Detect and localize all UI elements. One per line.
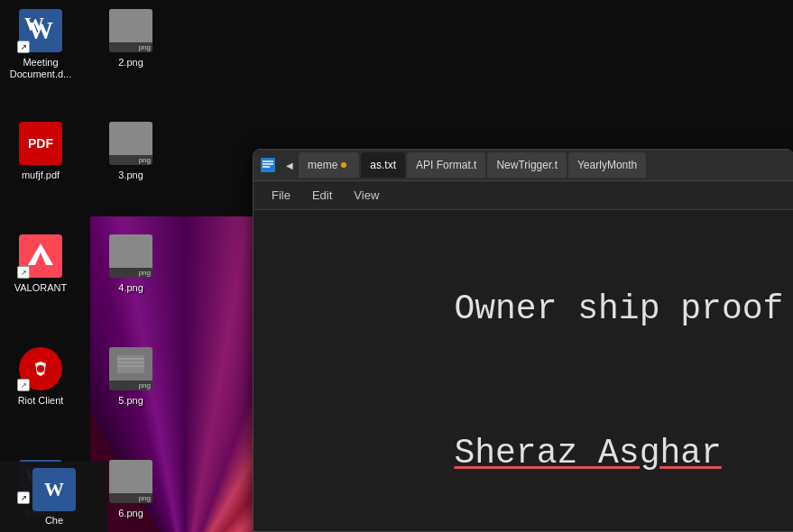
tab-nav-back[interactable]: ◀ [282, 158, 297, 172]
icon-valorant[interactable]: ↗ VALORANT [5, 234, 77, 295]
png-icon: png [109, 122, 152, 165]
icon-label: VALORANT [12, 281, 69, 295]
tab-memer[interactable]: meme [299, 152, 359, 178]
menu-file[interactable]: File [263, 185, 300, 206]
svg-marker-0 [28, 243, 53, 265]
desktop: W ↗ Meeting Document.d... png 2.png PD [0, 0, 793, 532]
valorant-icon: ↗ [19, 234, 62, 278]
icon-meeting-doc[interactable]: W ↗ Meeting Document.d... [5, 9, 77, 81]
icon-label: 2.png [115, 56, 146, 69]
icon-4png[interactable]: png 4.png [95, 234, 167, 295]
taskbar-label: Che [45, 515, 63, 526]
word-icon: W ↗ [19, 9, 62, 52]
shortcut-badge: ↗ [17, 266, 30, 279]
tab-astxt[interactable]: as.txt [361, 152, 405, 178]
notepad-window: ◀ meme as.txt API Format.t NewTrigger.t … [253, 149, 793, 532]
shortcut-badge: ↗ [17, 379, 30, 391]
tab-bar: ◀ meme as.txt API Format.t NewTrigger.t … [254, 150, 793, 181]
editor-text: Owner ship proof Sheraz Asghar 031332578… [290, 237, 757, 531]
svg-rect-7 [261, 158, 275, 172]
notepad-app-icon [259, 156, 277, 174]
taskbar: W Che [0, 462, 108, 532]
png-icon: png [109, 460, 152, 503]
icon-3png[interactable]: png 3.png [95, 122, 167, 182]
icon-label: 6.png [115, 507, 146, 520]
icon-5png[interactable]: png 5.png [95, 347, 167, 408]
desktop-icons: W ↗ Meeting Document.d... png 2.png PD [0, 0, 244, 532]
icon-label: mufjf.pdf [19, 169, 62, 182]
png-icon: png [109, 347, 152, 390]
riot-icon: ↗ [19, 347, 62, 390]
png-icon: png [109, 234, 152, 278]
menu-bar: File Edit View [254, 181, 793, 210]
pdf-icon: PDF [19, 122, 62, 165]
editor-content[interactable]: Owner ship proof Sheraz Asghar 031332578… [254, 210, 793, 531]
svg-point-2 [37, 365, 44, 372]
icon-label: 4.png [115, 281, 146, 295]
menu-edit[interactable]: Edit [303, 185, 341, 206]
taskbar-icon-che[interactable]: W Che [29, 464, 79, 529]
tab-newtrigger[interactable]: NewTrigger.t [487, 152, 567, 178]
icon-label: Meeting Document.d... [5, 56, 77, 81]
png-icon: png [109, 9, 152, 52]
shortcut-badge: ↗ [17, 491, 30, 504]
icon-label: 3.png [115, 169, 146, 182]
icon-mufjf-pdf[interactable]: PDF mufjf.pdf [5, 122, 77, 182]
shortcut-badge: ↗ [17, 41, 30, 53]
svg-rect-3 [117, 355, 144, 373]
icon-riot-client[interactable]: ↗ Riot Client [5, 347, 77, 408]
icon-label: Riot Client [15, 394, 67, 408]
icon-2png[interactable]: png 2.png [95, 9, 167, 69]
tab-apiformat[interactable]: API Format.t [407, 152, 485, 178]
tab-yearlymonth[interactable]: YearlyMonth [568, 152, 646, 178]
icon-label: 5.png [115, 394, 146, 408]
menu-view[interactable]: View [345, 185, 388, 206]
taskbar-icon-img: W [32, 468, 76, 511]
tab-modified-dot [341, 162, 346, 168]
